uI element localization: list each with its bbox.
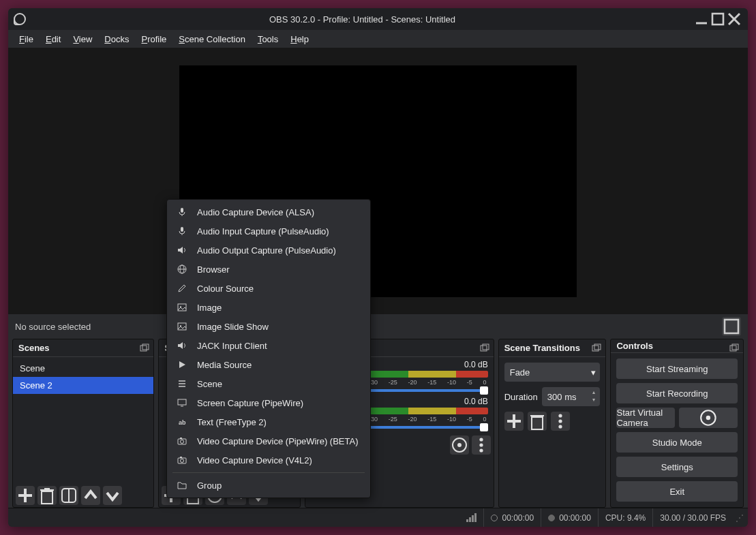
svg-point-39 [706, 416, 710, 420]
context-menu-item[interactable]: Audio Output Capture (PulseAudio) [167, 241, 370, 260]
spin-up-icon[interactable]: ▴ [589, 388, 599, 396]
exit-button[interactable]: Exit [616, 481, 738, 502]
docks-row: Scenes Scene Scene 2 S [8, 339, 748, 508]
mic-icon [177, 226, 187, 236]
svg-rect-42 [181, 227, 183, 232]
svg-rect-40 [181, 208, 183, 213]
popout-icon[interactable] [592, 343, 601, 352]
preview-area[interactable] [8, 48, 748, 314]
scene-item[interactable]: Scene 2 [13, 377, 153, 394]
svg-rect-27 [592, 346, 599, 351]
context-menu-item[interactable]: Video Capture Device (V4L2) [167, 450, 370, 470]
svg-rect-37 [732, 344, 738, 350]
monitor-icon [177, 397, 187, 408]
scene-item[interactable]: Scene [13, 360, 153, 377]
context-menu-item[interactable]: JACK Input Client [167, 336, 370, 355]
obs-window: OBS 30.2.0 - Profile: Untitled - Scenes:… [8, 8, 748, 527]
menu-file[interactable]: File [14, 32, 39, 46]
speaker-icon [177, 340, 187, 351]
studio-mode-button[interactable]: Studio Mode [616, 432, 738, 453]
play-icon [177, 359, 187, 370]
start-streaming-button[interactable]: Start Streaming [616, 358, 738, 379]
context-menu-item[interactable]: Image Slide Show [167, 317, 370, 336]
context-menu-label: Text (FreeType 2) [197, 417, 267, 427]
svg-point-61 [181, 440, 184, 444]
vcam-settings-button[interactable] [679, 408, 738, 428]
record-time: 00:00:00 [541, 508, 598, 527]
context-menu-separator [172, 472, 365, 473]
settings-button[interactable]: Settings [616, 457, 738, 477]
menu-scene-collection[interactable]: Scene Collection [173, 32, 251, 46]
transitions-body: Fade ▾ Duration 300 ms ▴▾ [499, 357, 606, 436]
close-button[interactable] [726, 11, 742, 27]
context-menu-item[interactable]: Audio Input Capture (PulseAudio) [167, 221, 370, 241]
titlebar[interactable]: OBS 30.2.0 - Profile: Untitled - Scenes:… [8, 8, 748, 30]
text-icon: ab [177, 416, 187, 427]
context-menu-item[interactable]: Audio Capture Device (ALSA) [167, 202, 370, 221]
popout-icon[interactable] [140, 343, 149, 352]
add-transition-button[interactable] [504, 412, 524, 431]
svg-rect-4 [725, 320, 738, 333]
scene-filter-button[interactable] [59, 486, 78, 505]
mixer-menu-button[interactable] [472, 435, 491, 455]
context-menu-label: JACK Input Client [197, 341, 267, 351]
scenes-toolbar [13, 484, 153, 507]
zoom-toggle[interactable] [722, 317, 741, 336]
context-menu-item[interactable]: Media Source [167, 355, 370, 374]
menu-view[interactable]: View [67, 32, 97, 46]
menu-tools[interactable]: Tools [252, 32, 284, 46]
resize-grip-icon[interactable]: ⋰ [736, 513, 744, 523]
window-title: OBS 30.2.0 - Profile: Untitled - Scenes:… [31, 14, 693, 25]
menu-docks[interactable]: Docks [99, 32, 134, 46]
menu-profile[interactable]: Profile [136, 32, 172, 46]
context-menu-item[interactable]: Image [167, 298, 370, 317]
network-status [459, 508, 483, 527]
context-menu-item[interactable]: Browser [167, 260, 370, 279]
maximize-button[interactable] [710, 11, 726, 27]
stream-dot-icon [491, 515, 498, 521]
statusbar: 00:00:00 00:00:00 CPU: 9.4% 30.00 / 30.0… [8, 508, 748, 527]
context-menu-item[interactable]: abText (FreeType 2) [167, 412, 370, 431]
mixer-settings-button[interactable] [450, 435, 469, 455]
duration-input[interactable]: 300 ms ▴▾ [542, 387, 601, 406]
context-menu-item[interactable]: Group [167, 476, 370, 495]
svg-marker-44 [178, 247, 183, 254]
context-menu-item[interactable]: Screen Capture (PipeWire) [167, 393, 370, 412]
svg-rect-5 [140, 346, 147, 351]
move-scene-up-button[interactable] [81, 486, 100, 505]
context-menu-item[interactable]: Video Capture Device (PipeWire) (BETA) [167, 431, 370, 450]
svg-marker-52 [178, 342, 183, 349]
record-dot-icon [548, 515, 555, 521]
context-menu-label: Image [197, 303, 222, 313]
context-menu-item[interactable]: Scene [167, 374, 370, 393]
image-icon [177, 321, 187, 332]
popout-icon[interactable] [480, 343, 489, 352]
transition-menu-button[interactable] [551, 412, 570, 431]
add-scene-button[interactable] [16, 486, 35, 505]
menu-edit[interactable]: Edit [40, 32, 66, 46]
remove-transition-button[interactable] [528, 412, 547, 431]
stream-time: 00:00:00 [483, 508, 541, 527]
start-recording-button[interactable]: Start Recording [616, 383, 738, 403]
controls-title: Controls [611, 339, 743, 353]
menu-help[interactable]: Help [285, 32, 314, 46]
obs-logo-icon [14, 13, 26, 25]
svg-rect-1 [712, 14, 723, 25]
remove-scene-button[interactable] [37, 486, 57, 505]
start-virtual-camera-button[interactable]: Start Virtual Camera [616, 408, 675, 428]
context-menu-label: Video Capture Device (V4L2) [197, 455, 312, 465]
popout-icon[interactable] [729, 343, 739, 352]
list-icon [177, 378, 187, 389]
image-icon [177, 302, 187, 313]
scenes-title: Scenes [13, 339, 153, 357]
context-menu-label: Video Capture Device (PipeWire) (BETA) [197, 436, 359, 446]
transition-type-select[interactable]: Fade ▾ [504, 363, 601, 382]
svg-rect-28 [594, 344, 601, 350]
speaker-icon [177, 245, 187, 256]
spin-down-icon[interactable]: ▾ [589, 396, 599, 403]
move-scene-down-button[interactable] [103, 486, 122, 505]
svg-point-34 [558, 419, 562, 423]
svg-marker-53 [179, 361, 185, 368]
minimize-button[interactable] [693, 11, 710, 27]
context-menu-item[interactable]: Colour Source [167, 279, 370, 298]
